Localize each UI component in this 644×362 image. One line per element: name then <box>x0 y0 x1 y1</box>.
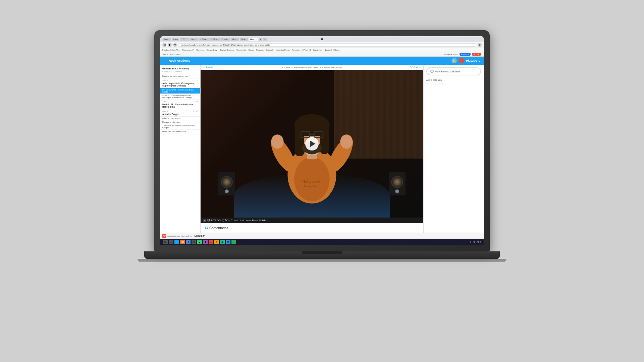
browser-tab[interactable]: b Wha... <box>199 38 209 41</box>
star-5[interactable]: ☆ <box>441 82 444 86</box>
section-count: 3 / 2 <box>194 79 198 81</box>
browser-tab[interactable]: Mott... <box>240 38 248 41</box>
play-button[interactable] <box>305 137 319 150</box>
section-num: Aula 2 <box>162 101 168 103</box>
video-title: ❑ INTRODUÇÃO - Construindo uma Base Sóli… <box>207 219 266 222</box>
section-title[interactable]: Acordes Gregos <box>162 113 198 115</box>
section-title[interactable]: Aviso Importante, Cronograma, Suporte (F… <box>162 82 198 87</box>
laptop-feet <box>138 259 506 262</box>
bookmark-item[interactable]: Passeios <box>292 49 300 51</box>
taskbar-icon-8[interactable]: ★ <box>214 240 219 244</box>
prev-lesson-button[interactable]: ← Anterior <box>203 66 214 68</box>
browser-tab[interactable]: b Wha... <box>209 38 219 41</box>
browser-tab-active[interactable]: Hotm... <box>249 38 258 41</box>
sidebar-lesson-item[interactable]: Escalas e Intervalos <box>160 120 200 124</box>
sidebar-lesson-item[interactable]: Arpejos Complicado <box>160 117 200 120</box>
webcam <box>321 38 323 40</box>
taskbar-search[interactable]: ⌕ <box>169 240 173 244</box>
star-2[interactable]: ☆ <box>430 82 433 86</box>
right-panel: Marcar como concluída Avalie esta aula: … <box>423 65 484 233</box>
taskbar-icon-6[interactable]: ◆ <box>203 240 208 244</box>
browser-tab[interactable]: Caso <box>172 38 179 41</box>
browser-tab[interactable]: Gere... <box>162 38 171 41</box>
svg-point-12 <box>317 133 321 136</box>
download-arrow: ∧ <box>190 235 192 237</box>
hamburger-icon[interactable]: ☰ <box>164 59 167 63</box>
back-button[interactable]: ◀ <box>162 43 166 47</box>
bookmark-item[interactable]: Bubble <box>249 49 254 51</box>
course-title: Rock Academy <box>169 59 190 62</box>
svg-point-11 <box>304 133 307 136</box>
taskbar-icon-4[interactable]: ⬛ <box>192 240 196 244</box>
content-area: ← Anterior ● SUPORTE: Perdeu senha? Não … <box>201 65 423 233</box>
comments-title: 14 Comentários <box>205 226 419 230</box>
bookmark-item[interactable]: Parabe... / Copy Me... <box>162 49 180 51</box>
new-tab-button[interactable]: + <box>263 38 267 41</box>
taskbar-icon-9[interactable]: ◉ <box>220 240 225 244</box>
taskbar-right: 04:48 POR <box>470 241 481 243</box>
next-lesson-button[interactable]: Próxima → <box>410 66 421 68</box>
taskbar-icon-7[interactable]: ▲ <box>209 240 213 244</box>
browser-tab[interactable]: x <box>259 38 262 41</box>
user-avatar[interactable]: R <box>459 58 464 63</box>
rating-label: Avalie esta aula: <box>426 79 481 81</box>
download-bar: PDF screencapture-rafa....pdf ∧ Expulsar <box>160 233 484 239</box>
bookmark-item[interactable]: Copywriting <box>313 49 323 51</box>
start-button[interactable]: ⊞ <box>163 240 168 244</box>
star-1[interactable]: ☆ <box>426 82 429 86</box>
sidebar-search-label[interactable]: Busque por uma aula ou tag <box>162 75 198 77</box>
address-bar[interactable]: guitarrockacademy.club.hotmart.com/lesso… <box>178 43 476 47</box>
bookmark-item[interactable]: Programar API <box>182 49 195 51</box>
extensions-button[interactable]: ⊕ <box>478 43 482 47</box>
taskbar-icon-11[interactable]: ✓ <box>231 240 236 244</box>
svg-point-15 <box>271 134 284 148</box>
notification-icon[interactable]: 🔔 <box>451 58 457 63</box>
expulsar-label[interactable]: Expulsar <box>194 234 205 237</box>
refresh-button[interactable]: ↻ <box>173 43 177 47</box>
admin-bar-right: Visualizar como Produtor Anular <box>444 53 481 56</box>
mark-complete-button[interactable]: Marcar como concluída <box>426 67 481 75</box>
svg-rect-5 <box>295 125 304 156</box>
taskbar-icon-3[interactable]: ◈ <box>186 240 191 244</box>
taskbar-icon-10[interactable]: ⊕ <box>226 240 230 244</box>
sidebar-lesson-item[interactable]: INTRODUÇÃO - Construindo Base Sólida <box>160 88 200 94</box>
taskbar-icon-5[interactable]: ● <box>197 240 202 244</box>
browser-tab[interactable]: O Hotr... <box>220 38 230 41</box>
svg-text:Hollywood: Hollywood <box>302 179 320 184</box>
bookmark-item[interactable]: Espaço Grow <box>206 49 217 51</box>
sidebar-lesson-item[interactable]: SUPORTE: Perdeu senha? Não consegue aces… <box>160 94 200 100</box>
lesson-title: Desenhos - Partindo da 6ª <box>162 130 198 132</box>
bookmark-item[interactable]: Raphael Business <box>219 49 234 51</box>
browser-tab[interactable]: Mth... <box>190 38 198 41</box>
course-sidebar: Guitarra Rock Academy 0 de 88 aulas comp… <box>160 65 201 233</box>
bookmark-item[interactable]: Anúncios Payers <box>276 49 290 51</box>
complete-circle-icon <box>430 70 434 73</box>
bookmark-item[interactable]: Natanael - Educ ... <box>324 49 340 51</box>
bookmark-item[interactable]: Reformas <box>197 49 205 51</box>
taskbar-browser-icon[interactable]: 🌐 <box>174 240 179 244</box>
lesson-title: Acordes Característicos dos Acordes Greg… <box>162 125 198 129</box>
sidebar-section-3: Aula 3 0 / 11 Acordes Gregos <box>160 109 200 117</box>
bookmark-item[interactable]: Prospector Especial... <box>256 49 274 51</box>
download-item-1: PDF screencapture-rafa....pdf ∧ <box>162 234 192 238</box>
browser-tabs: Gere... Caso YTB (1) Mth... b Wha... b W… <box>162 38 267 41</box>
sidebar-search: Busque por uma aula ou tag <box>160 74 200 78</box>
download-filename[interactable]: screencapture-rafa....pdf <box>167 235 189 237</box>
svg-text:Dream Car: Dream Car <box>304 184 318 188</box>
browser-tab[interactable]: YTB (1) <box>180 38 190 41</box>
bookmark-item[interactable]: 10 Anos <3 <box>302 49 311 51</box>
sidebar-lesson-item[interactable]: Acordes Característicos dos Acordes Greg… <box>160 124 200 130</box>
producer-button[interactable]: Produtor <box>460 53 471 56</box>
video-container[interactable]: Hollywood Dream Car <box>201 70 423 218</box>
cancel-button[interactable]: Anular <box>472 53 481 56</box>
sidebar-lesson-item[interactable]: Desenhos - Partindo da 6ª <box>160 130 200 133</box>
browser-tab[interactable]: Hotr... <box>231 38 239 41</box>
bookmark-item[interactable]: Openlerinho <box>236 49 247 51</box>
taskbar: ⊞ ⌕ 🌐 📁 ◈ ⬛ ● ◆ ▲ ★ ◉ ⊕ ✓ <box>160 239 484 245</box>
section-title[interactable]: Módulo 01 - Construindo uma Base Sólida <box>162 103 198 108</box>
star-4[interactable]: ☆ <box>437 82 440 86</box>
forward-button[interactable]: ▶ <box>168 43 172 47</box>
section-num: Aula 1 <box>162 79 168 81</box>
taskbar-icon-2[interactable]: 📁 <box>180 240 185 244</box>
star-3[interactable]: ☆ <box>434 82 437 86</box>
